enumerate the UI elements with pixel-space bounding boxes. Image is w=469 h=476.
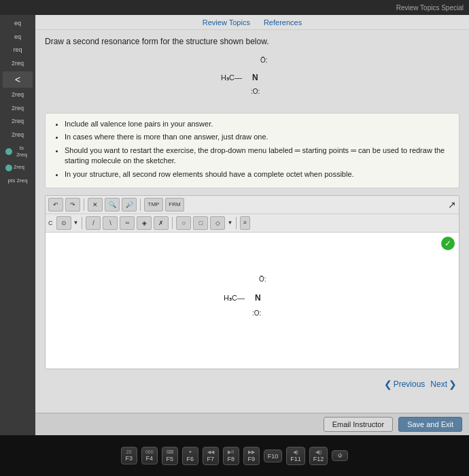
svg-text::O:: :O: bbox=[251, 88, 260, 95]
review-topics-link[interactable]: Review Topics Special bbox=[396, 4, 464, 12]
square-button[interactable]: □ bbox=[193, 216, 208, 230]
starting-points-button[interactable]: ≡ bbox=[240, 216, 250, 230]
svg-text:Ö:: Ö: bbox=[259, 275, 266, 283]
key-f3: 20 F3 bbox=[121, 447, 137, 464]
check-icon: ✓ bbox=[441, 237, 455, 250]
sidebar-item-label-1: eq bbox=[14, 33, 21, 40]
main-wrapper: eq eq req 2req < 2req 2req 2req 2req ts … bbox=[0, 15, 469, 435]
svg-text:H₃C—: H₃C— bbox=[224, 294, 245, 302]
key-f12: ◀)) F12 bbox=[309, 447, 328, 465]
instruction-4: In your structure, all second row elemen… bbox=[65, 169, 451, 180]
sidebar-item-0[interactable]: eq bbox=[3, 18, 33, 30]
sidebar-item-label-4: 2req bbox=[12, 91, 24, 98]
sidebar-item-4[interactable]: 2req bbox=[3, 89, 33, 101]
sidebar-item-label-9: 2req bbox=[14, 164, 24, 171]
instruction-1: Include all valence lone pairs in your a… bbox=[65, 119, 451, 129]
instruction-2: In cases where there is more than one an… bbox=[65, 132, 451, 142]
select-button[interactable]: ⊙ bbox=[56, 216, 71, 230]
nav-buttons: ❮ Previous Next ❯ bbox=[45, 375, 459, 394]
content-body: Draw a second resonance form for the str… bbox=[35, 30, 469, 413]
bond-single2-button[interactable]: \ bbox=[103, 216, 118, 230]
content-panel: Review Topics References Draw a second r… bbox=[35, 15, 469, 435]
zoom-out-button[interactable]: 🔎 bbox=[122, 198, 137, 211]
toolbar-arrow2: ▼ bbox=[227, 220, 232, 226]
next-label: Next bbox=[430, 379, 447, 389]
sketcher-toolbar-bottom: C ⊙ ▼ / \ ═ ◈ ✗ ○ □ ◇ ▼ ≡ bbox=[46, 214, 459, 233]
zoom-in-button[interactable]: 🔍 bbox=[105, 198, 120, 211]
sketcher-container: ↶ ↷ ✕ 🔍 🔎 TMP FRM ↗ C ⊙ ▼ bbox=[45, 195, 459, 369]
diamond-button[interactable]: ◇ bbox=[210, 216, 225, 230]
canvas-molecule-svg: Ö: H₃C— N :O: bbox=[218, 272, 286, 326]
key-f9: ▶▶ F9 bbox=[243, 447, 260, 465]
bond-single-button[interactable]: / bbox=[86, 216, 101, 230]
canvas-molecule: Ö: H₃C— N :O: bbox=[218, 272, 286, 329]
sidebar-item-1[interactable]: eq bbox=[3, 31, 33, 44]
sidebar: eq eq req 2req < 2req 2req 2req 2req ts … bbox=[0, 15, 35, 435]
bond-double-button[interactable]: ═ bbox=[120, 216, 135, 230]
sketcher-canvas[interactable]: ✓ Ö: H₃C— N :O: bbox=[46, 233, 459, 369]
template2-button[interactable]: FRM bbox=[165, 198, 184, 211]
sidebar-item-label-3: 2req bbox=[12, 60, 24, 67]
previous-label: Previous bbox=[394, 379, 425, 389]
sidebar-item-label-10: pts 2req bbox=[8, 177, 28, 184]
instruction-3: Should you want to restart the exercise,… bbox=[65, 146, 451, 167]
toolbar-separator-2 bbox=[140, 199, 141, 211]
key-f5: ⌨ F5 bbox=[162, 447, 178, 465]
sidebar-item-10[interactable]: pts 2req bbox=[3, 175, 33, 187]
sidebar-item-label-7: 2req bbox=[12, 131, 24, 138]
svg-text:N: N bbox=[252, 73, 258, 82]
sidebar-item-8[interactable]: ts 2req bbox=[3, 143, 33, 161]
key-f4: 000 F4 bbox=[141, 447, 158, 464]
chem-structure-display: Ö: H₃C— N :O: bbox=[45, 52, 459, 105]
toolbar-separator-1 bbox=[84, 199, 84, 211]
svg-text::O:: :O: bbox=[252, 309, 261, 317]
bond-wedge-button[interactable]: ◈ bbox=[137, 216, 152, 230]
undo-button[interactable]: ↶ bbox=[48, 198, 63, 211]
template1-button[interactable]: TMP bbox=[144, 198, 163, 211]
svg-text:N: N bbox=[255, 293, 261, 303]
cursor-icon: ↗ bbox=[448, 199, 456, 210]
sidebar-item-chevron[interactable]: < bbox=[3, 71, 33, 88]
sidebar-item-9[interactable]: 2req bbox=[3, 162, 33, 173]
toolbar-separator-3 bbox=[82, 217, 82, 229]
clear-button[interactable]: ✕ bbox=[88, 198, 103, 211]
instructions-list: Include all valence lone pairs in your a… bbox=[54, 119, 451, 180]
sidebar-item-7[interactable]: 2req bbox=[3, 129, 33, 141]
instructions-box: Include all valence lone pairs in your a… bbox=[45, 113, 459, 188]
previous-button[interactable]: ❮ Previous bbox=[384, 379, 425, 390]
circle-button[interactable]: ○ bbox=[176, 216, 191, 230]
svg-text:H₃C—: H₃C— bbox=[221, 73, 242, 82]
sidebar-item-label-5: 2req bbox=[12, 105, 24, 112]
sidebar-item-label-2: req bbox=[13, 46, 22, 53]
sidebar-item-3[interactable]: 2req bbox=[3, 58, 33, 70]
key-f6: ✦ F6 bbox=[182, 447, 198, 465]
erase-button[interactable]: ✗ bbox=[154, 216, 169, 230]
svg-text:Ö:: Ö: bbox=[260, 56, 268, 64]
email-instructor-button[interactable]: Email Instructor bbox=[324, 417, 393, 432]
key-f7: ◀◀ F7 bbox=[203, 447, 219, 465]
top-bar: Review Topics Special bbox=[0, 0, 469, 15]
sketcher-toolbar-top: ↶ ↷ ✕ 🔍 🔎 TMP FRM ↗ bbox=[46, 196, 459, 214]
molecule-svg: Ö: H₃C— N :O: bbox=[211, 54, 293, 102]
toolbar-separator-4 bbox=[172, 217, 173, 229]
bottom-actions: Email Instructor Save and Exit bbox=[35, 413, 469, 435]
keyboard-bar: 20 F3 000 F4 ⌨ F5 ✦ F6 ◀◀ F7 ▶II F8 ▶▶ F… bbox=[0, 435, 469, 476]
content-header: Review Topics References bbox=[35, 15, 469, 30]
next-arrow-icon: ❯ bbox=[449, 379, 457, 390]
sidebar-item-label-6: 2req bbox=[12, 118, 24, 124]
select-label: C bbox=[48, 220, 53, 226]
next-button[interactable]: Next ❯ bbox=[430, 379, 457, 390]
question-text: Draw a second resonance form for the str… bbox=[45, 37, 459, 46]
sidebar-item-label-0: eq bbox=[14, 20, 21, 27]
sidebar-item-2[interactable]: req bbox=[3, 44, 33, 56]
previous-arrow-icon: ❮ bbox=[384, 379, 392, 390]
references-header-link[interactable]: References bbox=[264, 18, 302, 27]
sidebar-item-6[interactable]: 2req bbox=[3, 116, 33, 128]
review-topics-header-link[interactable]: Review Topics bbox=[203, 18, 250, 27]
redo-button[interactable]: ↷ bbox=[65, 198, 80, 211]
key-f11: ◀) F11 bbox=[286, 447, 305, 465]
save-and-exit-button[interactable]: Save and Exit bbox=[398, 417, 462, 432]
sidebar-item-5[interactable]: 2req bbox=[3, 103, 33, 115]
toolbar-arrow: ▼ bbox=[73, 220, 79, 226]
key-power: ⏻ bbox=[332, 450, 348, 461]
